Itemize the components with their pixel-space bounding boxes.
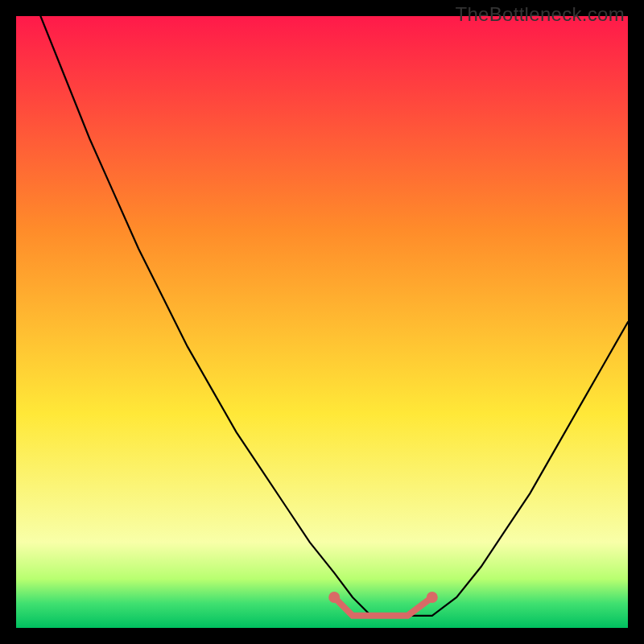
bottleneck-chart (16, 16, 628, 628)
optimal-range-dot (427, 592, 438, 603)
chart-frame: TheBottleneck.com (0, 0, 644, 644)
optimal-range-dot (328, 592, 340, 603)
gradient-background (16, 16, 628, 628)
watermark-text: TheBottleneck.com (455, 3, 625, 26)
plot-area (16, 16, 628, 628)
